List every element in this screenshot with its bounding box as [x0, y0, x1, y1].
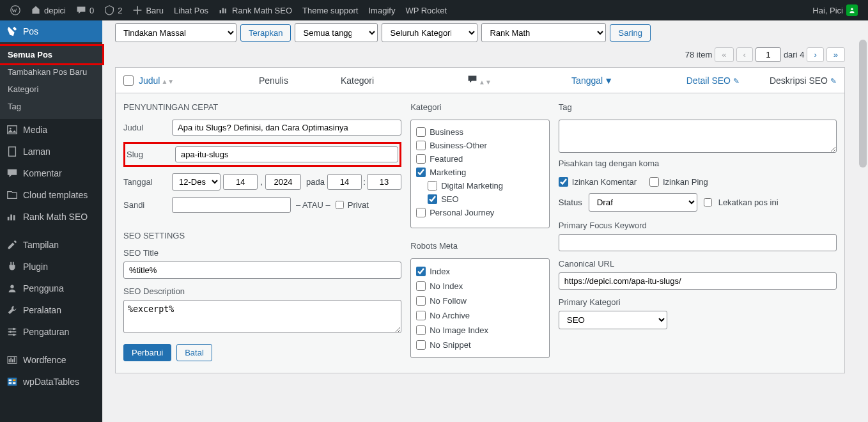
robot-no-image-index[interactable]	[416, 325, 426, 335]
rank-math-bar[interactable]: Rank Math SEO	[213, 0, 297, 20]
robot-no-index[interactable]	[416, 281, 426, 291]
wp-rocket[interactable]: WP Rocket	[400, 0, 452, 20]
new-content[interactable]: Baru	[127, 0, 168, 20]
date-label: Tanggal	[123, 177, 172, 187]
top-filters: Tindakan Massal Terapkan Semua tanggal S…	[115, 23, 845, 42]
cancel-button[interactable]: Batal	[176, 344, 212, 361]
focus-keyword-input[interactable]	[559, 234, 837, 251]
apply-button[interactable]: Terapkan	[240, 24, 291, 42]
col-detail-seo[interactable]: Detail SEO✎	[618, 75, 740, 86]
submenu-categories[interactable]: Kategori	[0, 81, 102, 98]
cat-personal-journey[interactable]	[416, 208, 426, 217]
filter-button[interactable]: Saring	[610, 24, 651, 42]
seo-desc-textarea[interactable]: %excerpt%	[123, 300, 401, 333]
imagify[interactable]: Imagify	[363, 0, 400, 20]
current-page-input[interactable]	[756, 47, 781, 62]
quick-edit-heading: PENYUNTINGAN CEPAT	[123, 102, 401, 112]
svg-rect-4	[9, 147, 16, 156]
slug-input[interactable]	[175, 146, 398, 162]
categories-list[interactable]: Business Business-Other Featured Marketi…	[410, 120, 550, 228]
cat-marketing[interactable]	[416, 168, 426, 177]
svg-point-7	[10, 331, 12, 333]
svg-rect-9	[8, 378, 17, 386]
cat-digital-marketing[interactable]	[428, 181, 437, 191]
rank-math-filter[interactable]: Rank Math	[481, 23, 606, 42]
sidebar-item-pages[interactable]: Laman	[0, 141, 102, 162]
title-input[interactable]	[172, 120, 401, 136]
canonical-input[interactable]	[559, 272, 837, 290]
comments-link[interactable]: 0	[71, 0, 99, 20]
focus-keyword-label: Primary Focus Keyword	[559, 221, 837, 230]
robot-index[interactable]	[416, 267, 426, 276]
view-posts[interactable]: Lihat Pos	[169, 0, 213, 20]
category-filter[interactable]: Seluruh Kategori	[382, 23, 477, 42]
password-input[interactable]	[172, 197, 291, 213]
submenu-add-new[interactable]: Tambahkan Pos Baru	[0, 63, 102, 81]
date-filter[interactable]: Semua tanggal	[295, 23, 378, 42]
robot-no-follow[interactable]	[416, 296, 426, 306]
wp-logo[interactable]	[5, 0, 26, 20]
total-pages: dari 4	[784, 50, 805, 59]
col-title[interactable]: Judul▲▼	[139, 75, 254, 86]
vertical-scrollbar[interactable]	[858, 20, 868, 422]
month-select[interactable]: 12-Des	[172, 173, 221, 191]
next-page[interactable]: ›	[807, 47, 823, 62]
site-name[interactable]: depici	[26, 0, 71, 20]
sticky-checkbox[interactable]	[704, 198, 712, 207]
col-desc-seo[interactable]: Deskripsi SEO✎	[745, 75, 837, 86]
sidebar-item-users[interactable]: Pengguna	[0, 277, 102, 299]
status-select[interactable]: Draf	[589, 193, 697, 212]
prev-page[interactable]: ‹	[736, 47, 753, 62]
submenu-tags[interactable]: Tag	[0, 98, 102, 115]
col-comments[interactable]: ▲▼	[467, 74, 512, 86]
col-category: Kategori	[341, 75, 462, 86]
robot-no-snippet[interactable]	[416, 340, 426, 350]
day-input[interactable]	[223, 174, 258, 190]
tag-textarea[interactable]	[559, 120, 837, 153]
or-label: – ATAU –	[296, 200, 330, 210]
first-page[interactable]: «	[715, 47, 733, 62]
sidebar-item-cloud-templates[interactable]: Cloud templates	[0, 184, 102, 206]
update-button[interactable]: Perbarui	[123, 344, 171, 361]
adminbar: depici 0 2 Baru Lihat Pos Rank Math SEO …	[0, 0, 868, 20]
cat-business[interactable]	[416, 127, 426, 137]
theme-support[interactable]: Theme support	[297, 0, 363, 20]
minute-input[interactable]	[367, 174, 401, 190]
robots-list: Index No Index No Follow No Archive No I…	[410, 258, 550, 358]
seo-settings-heading: SEO SETTINGS	[123, 231, 401, 240]
sidebar-item-appearance[interactable]: Tampilan	[0, 234, 102, 256]
col-date[interactable]: Tanggal▼	[517, 75, 613, 86]
sidebar-item-plugins[interactable]: Plugin	[0, 256, 102, 277]
sidebar-item-wordfence[interactable]: Wordfence	[0, 349, 102, 371]
private-checkbox[interactable]	[336, 201, 344, 209]
sticky-label: Lekatkan pos ini	[718, 198, 779, 207]
cat-featured[interactable]	[416, 154, 426, 164]
primary-category-select[interactable]: SEO	[559, 311, 667, 329]
cat-seo[interactable]	[428, 194, 437, 204]
allow-comments-checkbox[interactable]	[559, 177, 568, 187]
categories-label: Kategori	[410, 102, 550, 112]
sidebar-item-comments[interactable]: Komentar	[0, 162, 102, 184]
sidebar-item-tools[interactable]: Peralatan	[0, 299, 102, 321]
sidebar-item-settings[interactable]: Pengaturan	[0, 321, 102, 343]
year-input[interactable]	[265, 174, 301, 190]
status-label: Status	[559, 198, 582, 207]
submenu-all-posts[interactable]: Semua Pos	[0, 44, 104, 65]
select-all-checkbox[interactable]	[123, 75, 134, 86]
updates-link[interactable]: 2	[99, 0, 127, 20]
howdy[interactable]: Hai, Pici	[807, 0, 863, 20]
seo-title-input[interactable]	[123, 262, 401, 279]
allow-pings-label: Izinkan Ping	[663, 177, 708, 187]
sidebar-item-media[interactable]: Media	[0, 119, 102, 141]
sidebar-item-posts[interactable]: Pos	[0, 20, 102, 42]
allow-pings-checkbox[interactable]	[649, 177, 659, 187]
hour-input[interactable]	[327, 174, 362, 190]
svg-point-6	[13, 328, 15, 331]
canonical-label: Canonical URL	[559, 259, 837, 269]
bulk-actions-select[interactable]: Tindakan Massal	[115, 23, 236, 42]
robot-no-archive[interactable]	[416, 311, 426, 320]
last-page[interactable]: »	[826, 47, 845, 62]
sidebar-item-rank-math[interactable]: Rank Math SEO	[0, 206, 102, 228]
sidebar-item-wpdatatables[interactable]: wpDataTables	[0, 371, 102, 393]
cat-business-other[interactable]	[416, 141, 426, 150]
